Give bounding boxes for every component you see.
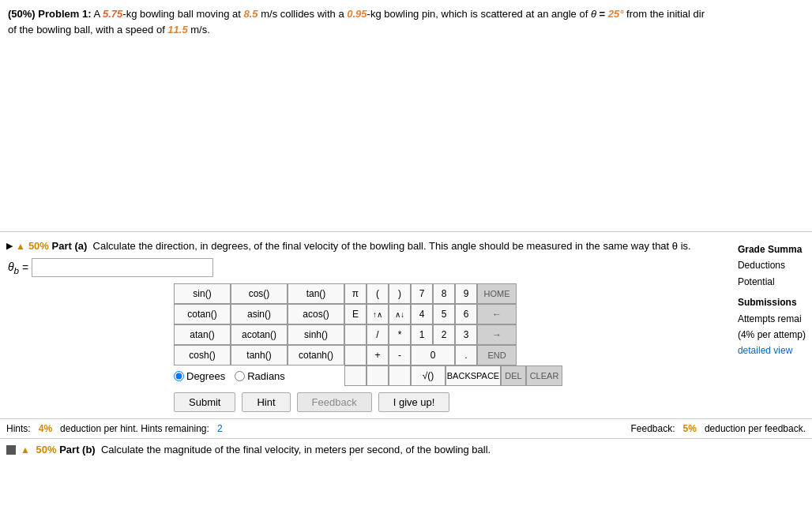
feedback-prefix: Feedback: xyxy=(630,423,675,434)
down-arrow-button[interactable]: ∧↓ xyxy=(389,304,411,324)
hint-button[interactable]: Hint xyxy=(242,392,290,412)
num-6-button[interactable]: 6 xyxy=(455,304,477,324)
problem-text-before: A xyxy=(93,8,103,20)
close-paren-button[interactable]: ) xyxy=(389,283,411,304)
backspace-button[interactable]: BACKSPACE xyxy=(445,365,501,386)
submit-button[interactable]: Submit xyxy=(174,392,235,412)
problem-weight: (50%) xyxy=(8,8,36,20)
degrees-radio-label[interactable]: Degrees xyxy=(174,370,225,382)
pin-speed: 11.5 xyxy=(167,24,187,36)
empty-cell-2 xyxy=(344,345,367,365)
problem-text4: -kg bowling pin, which is scattered at a… xyxy=(367,8,591,20)
degrees-radio[interactable] xyxy=(174,371,184,381)
part-a-percent: 50% xyxy=(28,240,49,252)
part-b-description: Calculate the magnitude of the final vel… xyxy=(101,444,491,455)
grade-summary-title: Grade Summa xyxy=(738,242,806,257)
num-9-button[interactable]: 9 xyxy=(455,283,477,304)
igiveup-button[interactable]: I give up! xyxy=(378,392,450,412)
empty-cell-5 xyxy=(389,365,411,386)
grade-summary-panel: Grade Summa Deductions Potential Submiss… xyxy=(731,237,812,364)
keypad-row-4: cosh() tanh() cotanh() + - 0 . END xyxy=(174,345,517,365)
num-1-button[interactable]: 1 xyxy=(411,324,433,345)
keypad-row-5: Degrees Radians √() BACKSPACE DEL CLEAR xyxy=(174,365,562,386)
empty-space xyxy=(0,42,812,231)
radians-radio[interactable] xyxy=(235,371,245,381)
detailed-view-link[interactable]: detailed view xyxy=(738,345,792,356)
hints-count-link[interactable]: 2 xyxy=(217,423,223,434)
end-button[interactable]: END xyxy=(477,345,517,365)
pi-button[interactable]: π xyxy=(344,283,367,304)
exp-button[interactable]: E xyxy=(344,304,367,324)
keypad-row-2: cotan() asin() acos() E ↑∧ ∧↓ 4 5 6 ← xyxy=(174,304,517,324)
open-paren-button[interactable]: ( xyxy=(367,283,389,304)
right-arrow-button[interactable]: → xyxy=(477,324,517,345)
submissions-section: Submissions Attempts remai (4% per attem… xyxy=(738,294,806,359)
tan-button[interactable]: tan() xyxy=(288,283,344,304)
del-button[interactable]: DEL xyxy=(501,365,526,386)
theta-b-label: θb xyxy=(8,260,19,275)
feedback-pct-badge: 5% xyxy=(683,423,697,434)
action-buttons: Submit Hint Feedback I give up! xyxy=(174,392,731,412)
cotan-button[interactable]: cotan() xyxy=(174,304,231,324)
part-a-header: ▶ ▲ 50% Part (a) Calculate the direction… xyxy=(0,237,731,255)
potential-label: Potential xyxy=(738,274,806,290)
num-2-button[interactable]: 2 xyxy=(433,324,455,345)
keypad-row-3: atan() acotan() sinh() / * 1 2 3 → xyxy=(174,324,517,345)
part-a-label: Part (a) xyxy=(52,240,88,252)
num-5-button[interactable]: 5 xyxy=(433,304,455,324)
deduction-info: (4% per attemp) xyxy=(738,327,806,343)
radians-radio-label[interactable]: Radians xyxy=(235,370,285,382)
radians-label: Radians xyxy=(247,370,285,382)
deductions-label: Deductions xyxy=(738,257,806,273)
deg-rad-group: Degrees Radians xyxy=(174,367,344,385)
empty-cell-1 xyxy=(344,324,367,345)
theta-sym: θ xyxy=(591,8,596,20)
num-4-button[interactable]: 4 xyxy=(411,304,433,324)
up-arrow-button[interactable]: ↑∧ xyxy=(367,304,389,324)
degrees-label: Degrees xyxy=(186,370,225,382)
problem-label: Problem 1: xyxy=(38,8,91,20)
cotanh-button[interactable]: cotanh() xyxy=(288,345,344,365)
asin-button[interactable]: asin() xyxy=(231,304,288,324)
sin-button[interactable]: sin() xyxy=(174,283,231,304)
deduction-pct: 4% xyxy=(741,329,754,340)
left-arrow-button[interactable]: ← xyxy=(477,304,517,324)
part-b-warning-icon: ▲ xyxy=(21,444,30,455)
sqrt-button[interactable]: √() xyxy=(411,365,445,386)
part-a-input-row: θb = xyxy=(0,255,731,283)
hints-prefix: Hints: xyxy=(6,423,31,434)
num-3-button[interactable]: 3 xyxy=(455,324,477,345)
tanh-button[interactable]: tanh() xyxy=(231,345,288,365)
divide-button[interactable]: / xyxy=(367,324,389,345)
home-button[interactable]: HOME xyxy=(477,283,517,304)
atan-button[interactable]: atan() xyxy=(174,324,231,345)
empty-cell-3 xyxy=(344,365,367,386)
clear-button[interactable]: CLEAR xyxy=(526,365,562,386)
empty-cell-4 xyxy=(367,365,389,386)
part-a-section: ▶ ▲ 50% Part (a) Calculate the direction… xyxy=(0,231,812,438)
acotan-button[interactable]: acotan() xyxy=(231,324,288,345)
acos-button[interactable]: acos() xyxy=(288,304,344,324)
decimal-button[interactable]: . xyxy=(455,345,477,365)
plus-button[interactable]: + xyxy=(367,345,389,365)
feedback-text: deduction per feedback. xyxy=(705,423,806,434)
multiply-button[interactable]: * xyxy=(389,324,411,345)
submissions-title: Submissions xyxy=(738,294,806,310)
minus-button[interactable]: - xyxy=(389,345,411,365)
angle-val: 25° xyxy=(608,8,624,20)
num-0-button[interactable]: 0 xyxy=(411,345,455,365)
part-b-label: Part (b) xyxy=(59,444,96,455)
problem-text: (50%) Problem 1: A 5.75-kg bowling ball … xyxy=(0,0,812,42)
part-b-section: ▲ 50% Part (b) Calculate the magnitude o… xyxy=(0,438,812,460)
feedback-button[interactable]: Feedback xyxy=(297,392,372,412)
ball-mass: 5.75 xyxy=(103,8,122,20)
answer-input-a[interactable] xyxy=(32,258,213,277)
keypad-row-1: sin() cos() tan() π ( ) 7 8 9 HOME xyxy=(174,283,517,304)
cos-button[interactable]: cos() xyxy=(231,283,288,304)
cosh-button[interactable]: cosh() xyxy=(174,345,231,365)
num-8-button[interactable]: 8 xyxy=(433,283,455,304)
ball-speed: 8.5 xyxy=(244,8,258,20)
num-7-button[interactable]: 7 xyxy=(411,283,433,304)
sinh-button[interactable]: sinh() xyxy=(288,324,344,345)
attempts-remaining: Attempts remai xyxy=(738,311,806,327)
